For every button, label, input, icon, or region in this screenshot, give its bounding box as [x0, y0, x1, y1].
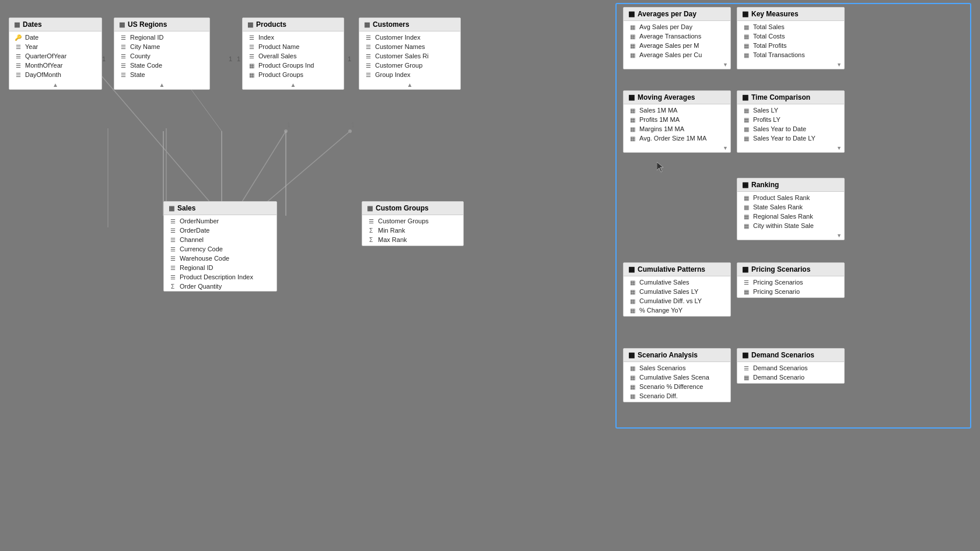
table-row: ΣMax Rank [362, 235, 463, 244]
measure-row: ▦State Sales Rank [737, 202, 844, 212]
measure-icon: ▦ [742, 204, 750, 210]
demand-scenarios-title: Demand Scenarios [751, 351, 814, 359]
moving-averages-title: Moving Averages [638, 93, 695, 101]
measure-icon: ▦ [628, 307, 636, 314]
field-icon: ☰ [364, 72, 372, 78]
svg-point-11 [348, 129, 352, 133]
field-icon: ☰ [14, 44, 22, 50]
measure-row: ▦Average Transactions [624, 31, 730, 41]
measure-icon: ▦ [742, 126, 750, 132]
ranking-header: ▦ Ranking [737, 178, 844, 192]
products-table-header: ▦ Products [243, 18, 344, 31]
table-row: ☰MonthOfYear [9, 61, 102, 70]
time-comparison-title: Time Comparison [751, 93, 810, 101]
measure-row: ▦Sales Year to Date [737, 124, 844, 134]
ranking-card: ▦ Ranking ▦Product Sales Rank ▦State Sal… [737, 178, 845, 240]
measure-icon: ▦ [742, 107, 750, 114]
svg-text:1: 1 [287, 122, 290, 128]
relation-label-2: 1 [229, 55, 232, 62]
cursor [657, 162, 664, 173]
measure-row: ☰Demand Scenarios [737, 363, 844, 373]
measure-row: ▦Profits 1M MA [624, 115, 730, 124]
custom-groups-table: ▦ Custom Groups ☰Customer Groups ΣMin Ra… [362, 201, 464, 246]
averages-per-day-title: Averages per Day [638, 10, 696, 18]
table-row: ΣOrder Quantity [164, 282, 276, 291]
measure-icon: ▦ [742, 135, 750, 142]
sigma-icon: Σ [169, 283, 177, 290]
cumulative-patterns-header: ▦ Cumulative Patterns [624, 263, 730, 276]
measure-icon: ▦ [742, 24, 750, 30]
measure-icon: ▦ [628, 374, 636, 381]
customers-table-body: ☰Customer Index ☰Customer Names ☰Custome… [359, 31, 460, 80]
field-icon: ☰ [364, 44, 372, 50]
products-table-body: ☰Index ☰Product Name ☰Overall Sales ▦Pro… [243, 31, 344, 80]
customers-title: Customers [373, 20, 410, 29]
field-icon: ☰ [169, 274, 177, 280]
sales-title: Sales [177, 204, 195, 212]
measure-icon: ▦ [628, 279, 636, 286]
measure-row: ▦Total Transactions [737, 50, 844, 59]
measure-icon: ▦ [628, 107, 636, 114]
table-row: ☰Product Name [243, 42, 344, 51]
card-icon: ▦ [628, 10, 635, 18]
scroll-indicator: ▲ [9, 80, 102, 89]
averages-per-day-body: ▦Avg Sales per Day ▦Average Transactions… [624, 21, 730, 61]
card-icon: ▦ [742, 10, 748, 18]
measure-icon: ▦ [628, 43, 636, 49]
measure-icon: ▦ [742, 43, 750, 49]
field-icon: ☰ [119, 53, 127, 59]
measure-icon: ▦ [628, 298, 636, 304]
measure-icon: ▦ [742, 195, 750, 201]
time-comparison-card: ▦ Time Comparison ▦Sales LY ▦Profits LY … [737, 90, 845, 153]
table-row: ☰State Code [114, 61, 209, 70]
measure-row: ▦Cumulative Sales [624, 278, 730, 287]
dates-table: ▦ Dates 🔑Date ☰Year ☰QuarterOfYear ☰Mont… [9, 17, 102, 90]
measure-row: ▦Total Profits [737, 41, 844, 50]
measure-icon: ▦ [742, 374, 750, 381]
measure-row: ☰Pricing Scenarios [737, 278, 844, 287]
custom-groups-title: Custom Groups [376, 204, 429, 212]
measure-row: ▦Cumulative Sales LY [624, 287, 730, 296]
demand-scenarios-body: ☰Demand Scenarios ▦Demand Scenario [737, 362, 844, 383]
measure-row: ▦Sales Year to Date LY [737, 134, 844, 143]
custom-groups-table-body: ☰Customer Groups ΣMin Rank ΣMax Rank [362, 215, 463, 245]
measure-row: ▦Sales LY [737, 106, 844, 115]
field-icon: ☰ [169, 218, 177, 224]
ranking-body: ▦Product Sales Rank ▦State Sales Rank ▦R… [737, 192, 844, 231]
sigma-icon: Σ [367, 227, 375, 234]
measure-icon: ▦ [628, 24, 636, 30]
measure-row: ▦City within State Sale [737, 221, 844, 230]
scenario-analysis-body: ▦Sales Scenarios ▦Cumulative Sales Scena… [624, 362, 730, 402]
measure-icon: ▦ [742, 117, 750, 123]
measure-icon: ▦ [742, 213, 750, 220]
measure-row: ▦% Change YoY [624, 306, 730, 315]
measure-row: ▦Profits LY [737, 115, 844, 124]
measure-row: ▦Product Sales Rank [737, 193, 844, 202]
measure-icon: ▦ [628, 135, 636, 142]
table-row: ☰OrderNumber [164, 216, 276, 226]
measure-icon: ▦ [742, 289, 750, 295]
table-row: ☰Channel [164, 235, 276, 244]
table-row: ☰Overall Sales [243, 51, 344, 61]
measure-icon: ▦ [628, 289, 636, 295]
table-row: ☰Currency Code [164, 244, 276, 254]
scroll-indicator: ▲ [359, 80, 460, 89]
table-icon: ▦ [247, 62, 256, 69]
measure-row: ▦Regional Sales Rank [737, 212, 844, 221]
key-measures-card: ▦ Key Measures ▦Total Sales ▦Total Costs… [737, 7, 845, 69]
table-row: ☰Group Index [359, 70, 460, 79]
relation-label-3: 1 [237, 55, 240, 62]
table-row: ☰DayOfMonth [9, 70, 102, 79]
moving-averages-card: ▦ Moving Averages ▦Sales 1M MA ▦Profits … [623, 90, 731, 153]
scroll-right: ▼ [836, 145, 842, 151]
card-icon: ▦ [628, 265, 635, 273]
field-icon: ☰ [119, 62, 127, 69]
diagram-canvas: 1 1 1 ▦ Dates 🔑Date ☰Year [0, 0, 980, 551]
measure-row: ▦Avg Sales per Day [624, 22, 730, 31]
table-row: ☰Customer Index [359, 33, 460, 42]
field-icon: ☰ [169, 227, 177, 234]
pricing-scenarios-card: ▦ Pricing Scenarios ☰Pricing Scenarios ▦… [737, 262, 845, 298]
scenario-analysis-card: ▦ Scenario Analysis ▦Sales Scenarios ▦Cu… [623, 348, 731, 402]
time-comparison-header: ▦ Time Comparison [737, 91, 844, 104]
customers-icon: ▦ [364, 21, 370, 29]
